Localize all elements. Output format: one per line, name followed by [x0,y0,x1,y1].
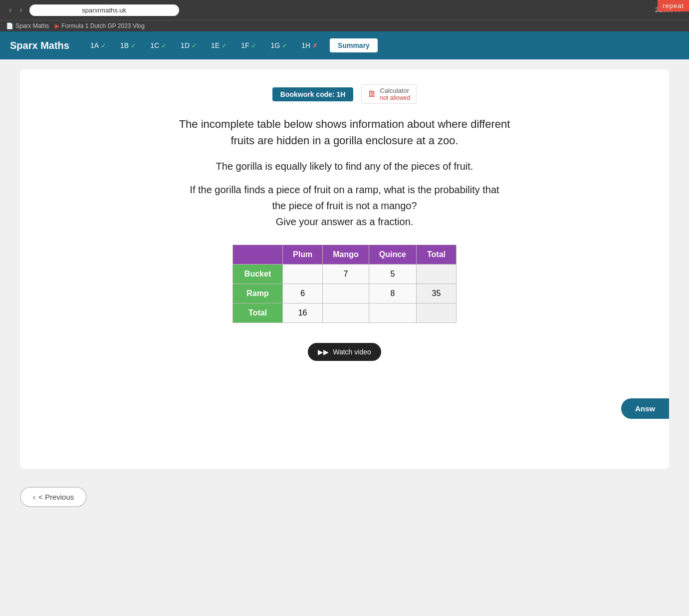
play-icon: ▶▶ [318,348,329,356]
back-button[interactable]: ‹ [6,4,14,15]
answer-button[interactable]: Answ [621,398,669,419]
cell-total-quince [369,304,416,323]
cell-ramp-total: 35 [416,284,456,304]
calculator-label: Calculator [380,87,410,94]
bookmarks-bar: 📄 Sparx Maths ▶ Formula 1 Dutch GP 2023 … [0,20,689,31]
tab-1G-check: ✓ [282,42,287,49]
tab-1H[interactable]: 1H ✗ [295,38,324,52]
row-label-total: Total [233,304,283,323]
cell-bucket-mango: 7 [323,265,369,284]
tab-1A-check: ✓ [101,42,106,49]
table-header-plum: Plum [283,245,323,265]
calculator-icon: 🗎 [368,89,377,99]
cell-total-total [416,304,456,323]
tab-1D-check: ✓ [192,42,197,49]
table-row-total: Total 16 [233,304,457,323]
page-wrapper: Sparx Maths 1A ✓ 1B ✓ 1C ✓ 1D ✓ 1E ✓ [0,31,689,616]
repeat-label: repeat [658,0,689,11]
bottom-bar: ‹ < Previous [0,479,689,519]
tab-1F-check: ✓ [251,42,256,49]
site-title: Sparx Maths [10,40,69,51]
question-area: Bookwork code: 1H 🗎 Calculator not allow… [20,69,669,469]
question-header: Bookwork code: 1H 🗎 Calculator not allow… [40,84,649,104]
prev-arrow-icon: ‹ [33,493,35,501]
cell-bucket-plum [283,265,323,284]
question-text-1: The incomplete table below shows informa… [40,116,649,149]
table-container: Plum Mango Quince Total Bucket 7 5 [40,245,649,323]
cell-bucket-total [416,265,456,284]
tab-1E-check: ✓ [222,42,227,49]
tab-1B[interactable]: 1B ✓ [114,38,142,52]
table-header-empty [233,245,283,265]
tab-1H-cross: ✗ [312,42,318,49]
cell-ramp-plum: 6 [283,284,323,304]
question-text-2: The gorilla is equally likely to find an… [40,159,649,174]
tab-summary[interactable]: Summary [330,38,378,52]
tab-1C-check: ✓ [161,42,167,49]
cell-total-mango [323,304,369,323]
table-row-ramp: Ramp 6 8 35 [233,284,457,304]
bookmark-youtube[interactable]: ▶ Formula 1 Dutch GP 2023 Vlog [55,22,145,29]
bookmark-sparx[interactable]: 📄 Sparx Maths [6,22,49,29]
calculator-sub: not allowed [380,94,410,101]
cell-ramp-mango [323,284,369,304]
top-nav: Sparx Maths 1A ✓ 1B ✓ 1C ✓ 1D ✓ 1E ✓ [0,31,689,59]
tab-1F[interactable]: 1F ✓ [235,38,262,52]
tab-1A[interactable]: 1A ✓ [84,38,112,52]
question-text-3: If the gorilla finds a piece of fruit on… [40,182,649,230]
browser-nav: ‹ › [6,4,25,15]
tab-1E[interactable]: 1E ✓ [205,38,233,52]
data-table: Plum Mango Quince Total Bucket 7 5 [232,245,457,323]
previous-button[interactable]: ‹ < Previous [20,487,87,507]
cell-bucket-quince: 5 [369,265,416,284]
table-header-total: Total [416,245,456,265]
address-bar[interactable]: sparxrmaths.uk [29,4,179,16]
row-label-ramp: Ramp [233,284,283,304]
table-header-mango: Mango [323,245,369,265]
forward-button[interactable]: › [16,4,25,15]
cell-ramp-quince: 8 [369,284,416,304]
watch-video-button[interactable]: ▶▶ Watch video [308,343,381,361]
browser-chrome: ‹ › sparxrmaths.uk 21,530 XP [0,0,689,20]
tab-1B-check: ✓ [131,42,136,49]
tab-1D[interactable]: 1D ✓ [175,38,203,52]
tabs-area: 1A ✓ 1B ✓ 1C ✓ 1D ✓ 1E ✓ 1F ✓ [84,38,679,52]
tab-1C[interactable]: 1C ✓ [144,38,173,52]
table-header-quince: Quince [369,245,416,265]
cell-total-plum: 16 [283,304,323,323]
tab-1G[interactable]: 1G ✓ [264,38,293,52]
table-row-bucket: Bucket 7 5 [233,265,457,284]
row-label-bucket: Bucket [233,265,283,284]
calculator-badge: 🗎 Calculator not allowed [361,84,417,104]
bookwork-badge: Bookwork code: 1H [272,87,354,101]
